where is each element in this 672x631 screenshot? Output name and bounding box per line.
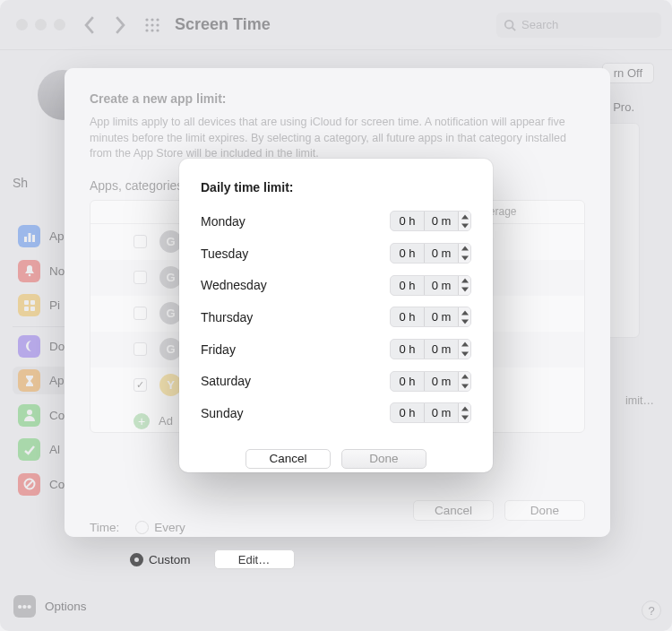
day-row-friday: Friday 0 h 0 m [201,333,471,366]
step-up-icon[interactable] [459,372,470,382]
person-icon [18,404,40,427]
time-stepper[interactable]: 0 h 0 m [390,339,471,359]
step-up-icon[interactable] [459,340,470,350]
hours-value[interactable]: 0 h [391,310,424,324]
minutes-value[interactable]: 0 m [425,279,458,292]
sidebar-item-label: Do [49,340,65,353]
day-label: Thursday [201,310,253,324]
svg-marker-35 [461,416,469,420]
check-icon [18,438,40,461]
edit-button[interactable]: Edit… [214,549,295,569]
svg-marker-25 [461,255,469,260]
day-label: Tuesday [201,246,248,261]
hours-value[interactable]: 0 h [391,342,424,356]
step-down-icon[interactable] [459,285,470,295]
time-stepper[interactable]: 0 h 0 m [390,402,471,423]
step-down-icon[interactable] [459,254,470,264]
step-down-icon[interactable] [459,221,470,231]
hours-value[interactable]: 0 h [391,246,424,260]
time-stepper[interactable]: 0 h 0 m [390,275,471,296]
svg-point-3 [145,23,148,26]
limit-text-partial: imit… [625,394,654,407]
stepper-control[interactable] [458,276,470,295]
step-up-icon[interactable] [459,276,470,286]
svg-rect-18 [30,307,35,311]
done-button[interactable]: Done [341,449,426,469]
time-stepper[interactable]: 0 h 0 m [390,243,471,264]
step-up-icon[interactable] [459,403,470,413]
svg-marker-26 [461,278,469,282]
step-up-icon[interactable] [459,307,470,317]
day-row-thursday: Thursday 0 h 0 m [201,301,471,333]
fullscreen-icon[interactable] [54,19,65,30]
day-label: Wednesday [201,278,267,292]
traffic-lights [16,19,65,30]
time-stepper[interactable]: 0 h 0 m [390,371,471,392]
stepper-control[interactable] [458,244,470,263]
search-icon [504,19,516,31]
day-row-sunday: Sunday 0 h 0 m [201,397,471,429]
svg-point-9 [505,20,513,28]
minutes-value[interactable]: 0 m [425,375,458,388]
svg-rect-17 [24,307,29,311]
options-button[interactable]: ••• Options [13,595,87,618]
svg-point-19 [27,410,32,415]
time-stepper[interactable]: 0 h 0 m [390,307,471,327]
stepper-control[interactable] [458,340,470,359]
stepper-control[interactable] [458,212,470,230]
svg-line-21 [26,480,33,488]
sidebar-item-label: Co [49,409,65,422]
minutes-value[interactable]: 0 m [425,310,458,324]
day-row-wednesday: Wednesday 0 h 0 m [201,269,471,301]
day-row-monday: Monday 0 h 0 m [201,205,471,238]
forward-icon[interactable] [113,15,126,35]
sidebar-item-label: Ap [49,229,65,243]
minutes-value[interactable]: 0 m [425,342,458,356]
daily-time-limit-sheet: Daily time limit: Monday 0 h 0 m Tuesday… [179,159,493,472]
svg-line-10 [513,27,516,30]
back-icon[interactable] [83,15,97,35]
bar-chart-icon [18,225,40,247]
svg-rect-11 [24,237,27,242]
hours-value[interactable]: 0 h [391,214,424,228]
hours-value[interactable]: 0 h [391,279,424,292]
bell-icon [18,260,40,282]
daily-limit-title: Daily time limit: [201,180,471,194]
step-down-icon[interactable] [459,350,470,359]
svg-rect-13 [32,235,35,242]
no-icon [18,473,40,496]
cancel-button[interactable]: Cancel [246,449,331,469]
close-icon[interactable] [16,19,28,30]
minutes-value[interactable]: 0 m [425,246,458,260]
time-stepper[interactable]: 0 h 0 m [390,211,471,231]
minutes-value[interactable]: 0 m [425,214,458,228]
apps-grid-icon[interactable] [144,17,160,33]
svg-marker-22 [461,214,469,219]
hourglass-icon [18,369,40,392]
minutes-value[interactable]: 0 m [425,406,458,419]
custom-radio[interactable]: Custom [130,553,191,566]
step-down-icon[interactable] [459,317,470,327]
svg-marker-27 [461,288,469,292]
hours-value[interactable]: 0 h [391,406,424,419]
day-label: Saturday [201,374,251,388]
minimize-icon[interactable] [35,19,47,30]
svg-rect-12 [28,233,30,242]
step-up-icon[interactable] [459,244,470,254]
day-row-tuesday: Tuesday 0 h 0 m [201,238,471,270]
stepper-control[interactable] [458,307,470,326]
day-label: Sunday [201,406,243,420]
search-placeholder: Search [521,18,558,31]
search-input[interactable]: Search [496,13,661,38]
svg-marker-29 [461,320,469,324]
step-down-icon[interactable] [459,381,470,391]
stepper-control[interactable] [458,372,470,391]
stepper-control[interactable] [458,403,470,422]
svg-point-6 [145,29,148,31]
svg-marker-33 [461,384,469,388]
hours-value[interactable]: 0 h [391,375,424,388]
help-button[interactable]: ? [642,601,661,620]
svg-marker-32 [461,375,469,379]
step-down-icon[interactable] [459,413,470,423]
step-up-icon[interactable] [459,212,470,221]
